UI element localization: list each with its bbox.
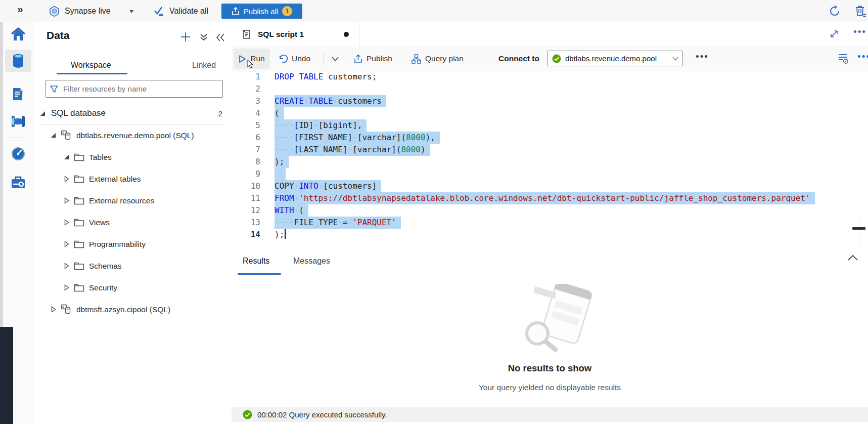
add-resource-icon[interactable] [180, 31, 191, 43]
code-line[interactable]: 13····FILE_TYPE·=·'PARQUET' [232, 217, 868, 229]
validate-all-label: Validate all [169, 7, 208, 16]
script-properties-icon[interactable] [837, 53, 849, 65]
line-number[interactable]: 12 [232, 204, 260, 217]
tree-item-external-tables[interactable]: External tables [34, 168, 232, 190]
scrollbar-thumb[interactable] [852, 227, 865, 230]
line-number[interactable]: 4 [232, 107, 260, 119]
line-number[interactable]: 8 [232, 156, 260, 168]
code-line[interactable]: 12WITH·( [232, 204, 868, 217]
expanded-caret-icon[interactable] [63, 154, 70, 160]
code-line[interactable]: 10COPY·INTO·[customers] [232, 180, 868, 192]
success-check-icon [243, 410, 252, 419]
code-line[interactable]: 11FROM·'https://dbtlabsynapsedatalake.bl… [232, 192, 868, 204]
code-line[interactable]: 9 [232, 168, 868, 180]
code-line[interactable]: 2 [232, 83, 868, 95]
tree-item-dbtmsft-azsyn-cipool-sql[interactable]: dbtmsft.azsyn.cipool (SQL) [34, 299, 232, 320]
tree-item-external-resources[interactable]: External resources [34, 190, 232, 211]
connect-to-pool-select[interactable]: dbtlabs.revenue.demo.pool [547, 51, 683, 66]
undo-button[interactable]: Undo [278, 47, 310, 71]
collapsed-caret-icon[interactable] [63, 241, 70, 247]
collapsed-caret-icon[interactable] [63, 219, 70, 226]
code-text: ····FILE_TYPE·=·'PARQUET' [275, 217, 401, 229]
tab-linked[interactable]: Linked [192, 56, 216, 75]
tree-item-programmability[interactable]: Programmability [34, 233, 232, 255]
collapse-all-icon[interactable] [199, 33, 208, 42]
tree-item-label: Security [89, 283, 117, 292]
line-number[interactable]: 1 [232, 71, 260, 83]
refresh-icon[interactable] [828, 5, 841, 18]
expanded-caret-icon [39, 110, 46, 117]
tab-messages[interactable]: Messages [293, 246, 330, 276]
mode-selector[interactable]: Synapse live ▼ [49, 0, 135, 22]
toolbar-more-icon[interactable]: ••• [696, 45, 709, 69]
collapsed-caret-icon[interactable] [63, 197, 70, 204]
scrollbar-track [860, 218, 860, 246]
sidebar-item-develop[interactable] [5, 83, 31, 106]
code-line[interactable]: 5····[ID]·[bigint], [232, 119, 868, 132]
expand-editor-icon[interactable] [829, 29, 839, 39]
tree-item-security[interactable]: Security [34, 277, 232, 299]
expanded-caret-icon[interactable] [50, 132, 57, 139]
tree-item-views[interactable]: Views [34, 211, 232, 233]
collapsed-caret-icon[interactable] [50, 306, 57, 313]
line-number[interactable]: 13 [232, 217, 260, 229]
line-number[interactable]: 5 [232, 119, 260, 132]
filter-resources-input[interactable] [62, 84, 218, 94]
run-button[interactable]: Run [234, 49, 270, 69]
discard-trash-icon[interactable] [853, 4, 867, 18]
tree-item-label: Tables [89, 153, 112, 162]
line-number[interactable]: 11 [232, 192, 260, 204]
tab-sql-script-1[interactable]: SQL script 1 [232, 22, 359, 47]
expand-rail-icon[interactable]: » [17, 3, 23, 15]
collapsed-caret-icon[interactable] [63, 284, 70, 291]
query-plan-button[interactable]: Query plan [412, 47, 464, 71]
tree-item-schemas[interactable]: Schemas [34, 255, 232, 277]
sidebar-item-data[interactable] [5, 50, 31, 72]
tree-item-dbtlabs-revenue-demo-pool-sql[interactable]: dbtlabs.revenue.demo.pool (SQL) [34, 124, 232, 146]
sidebar-item-home[interactable] [5, 23, 31, 46]
code-line[interactable]: 14); [232, 229, 868, 241]
code-line[interactable]: 4( [232, 107, 868, 119]
code-line[interactable]: 6····[FIRST_NAME]·[varchar](8000), [232, 132, 868, 144]
sql-pool-icon [61, 304, 72, 315]
code-line[interactable]: 3CREATE·TABLE·customers [232, 95, 868, 107]
no-results-empty-state: No results to show Your query yielded no… [232, 276, 868, 407]
sidebar-item-integrate[interactable] [5, 110, 31, 133]
tree-item-label: External tables [89, 175, 141, 184]
tab-workspace[interactable]: Workspace [71, 56, 111, 75]
chevron-down-icon: ▼ [128, 8, 135, 14]
sql-editor-region: SQL script 1 ••• Run Undo [232, 22, 868, 424]
code-line[interactable]: 7····[LAST_NAME]·[varchar](8000) [232, 144, 868, 156]
code-text: DROP TABLE customers; [275, 71, 377, 83]
folder-icon [74, 175, 84, 183]
sidebar-item-monitor[interactable] [5, 143, 31, 165]
line-number[interactable]: 6 [232, 132, 260, 144]
line-number[interactable]: 3 [232, 95, 260, 107]
collapsed-caret-icon[interactable] [63, 263, 70, 269]
tab-results[interactable]: Results [243, 246, 269, 276]
tab-more-actions-icon[interactable]: ••• [853, 26, 866, 37]
tree-item-tables[interactable]: Tables [34, 146, 232, 168]
publish-all-button[interactable]: Publish all 1 [221, 4, 302, 19]
data-explorer-panel: Data Workspace Linked SQL database 2 dbt… [34, 22, 232, 424]
line-number[interactable]: 14 [232, 229, 260, 241]
collapse-results-icon[interactable] [847, 255, 858, 261]
sidebar-item-manage[interactable] [5, 171, 31, 193]
code-line[interactable]: 8); [232, 156, 868, 168]
line-number[interactable]: 10 [232, 180, 260, 192]
tree-item-label: Views [89, 218, 110, 227]
validate-all-button[interactable]: Validate all [154, 0, 208, 22]
line-number[interactable]: 2 [232, 83, 260, 95]
unsaved-changes-dot [344, 32, 349, 37]
collapsed-caret-icon[interactable] [63, 176, 70, 182]
publish-button[interactable]: Publish [354, 47, 392, 71]
undo-redo-dropdown-icon[interactable] [332, 47, 339, 71]
code-line[interactable]: 1DROP TABLE customers; [232, 71, 868, 83]
toolbar-more-right-icon[interactable]: ••• [857, 45, 868, 69]
chevron-down-icon [672, 57, 678, 61]
tree-section-sql-database[interactable]: SQL database 2 [39, 102, 226, 125]
code-lines[interactable]: 1DROP TABLE customers;23CREATE·TABLE·cus… [232, 71, 868, 247]
collapse-panel-icon[interactable] [215, 33, 225, 42]
line-number[interactable]: 9 [232, 168, 260, 180]
line-number[interactable]: 7 [232, 144, 260, 156]
